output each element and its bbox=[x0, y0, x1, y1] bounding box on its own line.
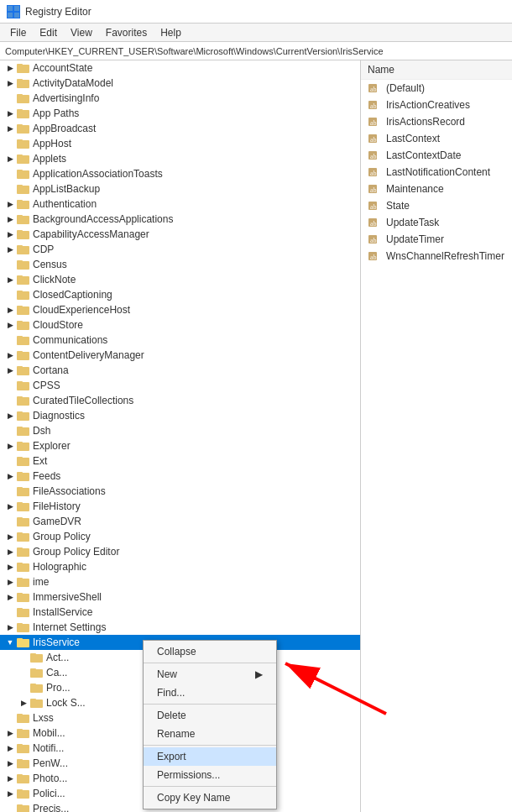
ctx-separator-3 bbox=[144, 745, 276, 746]
folder-icon bbox=[17, 561, 30, 573]
tree-item-installservice[interactable]: InstallService bbox=[0, 605, 360, 620]
tree-item-gamedvr[interactable]: GameDVR bbox=[0, 514, 360, 529]
svg-rect-27 bbox=[17, 230, 23, 233]
right-row-state[interactable]: ab State bbox=[361, 197, 512, 214]
tree-item-cpss[interactable]: CPSS bbox=[0, 378, 360, 393]
folder-icon bbox=[17, 455, 30, 467]
folder-icon bbox=[17, 757, 30, 769]
ctx-delete[interactable]: Delete bbox=[144, 706, 276, 725]
folder-icon bbox=[17, 712, 30, 724]
tree-item-immersiveshell[interactable]: ▶ ImmersiveShell bbox=[0, 589, 360, 605]
reg-value-icon: ab bbox=[368, 200, 383, 212]
right-row-lastcontext[interactable]: ab LastContext bbox=[361, 130, 512, 147]
ctx-find[interactable]: Find... bbox=[144, 684, 276, 702]
tree-item-applistbackup[interactable]: AppListBackup bbox=[0, 181, 360, 196]
tree-item-accountstate[interactable]: ▶ AccountState bbox=[0, 60, 360, 76]
item-label: AppBroadcast bbox=[33, 123, 96, 134]
tree-item-census[interactable]: Census bbox=[0, 257, 360, 272]
left-panel[interactable]: ▶ AccountState ▶ ActivityDataModel Adver… bbox=[0, 60, 361, 812]
expand-icon: ▶ bbox=[3, 200, 17, 208]
menu-file[interactable]: File bbox=[3, 25, 33, 40]
svg-text:ab: ab bbox=[370, 86, 377, 93]
tree-item-appbroadcast[interactable]: ▶ AppBroadcast bbox=[0, 121, 360, 136]
tree-item-capabilityaccess[interactable]: ▶ CapabilityAccessManager bbox=[0, 227, 360, 242]
tree-item-ime[interactable]: ▶ ime bbox=[0, 574, 360, 589]
svg-rect-59 bbox=[17, 472, 23, 474]
item-label: CloudStore bbox=[33, 319, 83, 331]
ctx-copy-key[interactable]: Copy Key Name bbox=[144, 788, 276, 807]
ctx-new[interactable]: New ▶ bbox=[144, 665, 276, 684]
right-row-maintenance[interactable]: ab Maintenance bbox=[361, 181, 512, 197]
tree-item-communications[interactable]: Communications bbox=[0, 333, 360, 348]
svg-rect-93 bbox=[17, 729, 23, 731]
menu-bar: File Edit View Favorites Help bbox=[0, 24, 512, 42]
item-label: ContentDeliveryManager bbox=[33, 349, 144, 361]
tree-item-cloudexperience[interactable]: ▶ CloudExperienceHost bbox=[0, 302, 360, 317]
reg-value-icon: ab bbox=[368, 233, 383, 245]
ctx-collapse[interactable]: Collapse bbox=[144, 642, 276, 661]
right-row-irisactionsrecord[interactable]: ab IrisActionsRecord bbox=[361, 113, 512, 130]
folder-icon bbox=[17, 228, 30, 240]
tree-item-bgaccess[interactable]: ▶ BackgroundAccessApplications bbox=[0, 212, 360, 227]
svg-rect-5 bbox=[17, 64, 23, 66]
ctx-export[interactable]: Export bbox=[144, 747, 276, 766]
tree-item-auth[interactable]: ▶ Authentication bbox=[0, 196, 360, 212]
menu-edit[interactable]: Edit bbox=[33, 25, 64, 40]
expand-icon: ▶ bbox=[3, 155, 17, 163]
tree-item-appasso[interactable]: ApplicationAssociationToasts bbox=[0, 166, 360, 181]
menu-help[interactable]: Help bbox=[154, 25, 188, 40]
item-label: Holographic bbox=[33, 561, 86, 573]
tree-item-grouppolicyeditor[interactable]: ▶ Group Policy Editor bbox=[0, 544, 360, 559]
tree-item-apphost[interactable]: AppHost bbox=[0, 136, 360, 151]
menu-view[interactable]: View bbox=[64, 25, 99, 40]
folder-icon bbox=[17, 380, 30, 391]
svg-rect-41 bbox=[17, 336, 23, 338]
item-label: App Paths bbox=[33, 107, 79, 119]
folder-icon bbox=[17, 198, 30, 210]
item-label: CPSS bbox=[33, 380, 60, 391]
tree-item-explorer[interactable]: ▶ Explorer bbox=[0, 438, 360, 453]
tree-item-cdp[interactable]: ▶ CDP bbox=[0, 242, 360, 257]
tree-item-internetsettings[interactable]: ▶ Internet Settings bbox=[0, 620, 360, 635]
tree-item-ext[interactable]: Ext bbox=[0, 453, 360, 469]
expand-icon: ▶ bbox=[3, 230, 17, 238]
tree-item-grouppolicy[interactable]: ▶ Group Policy bbox=[0, 529, 360, 544]
reg-value-icon: ab bbox=[368, 133, 383, 144]
tree-item-cortana[interactable]: ▶ Cortana bbox=[0, 363, 360, 378]
svg-rect-15 bbox=[17, 139, 23, 142]
tree-item-feeds[interactable]: ▶ Feeds bbox=[0, 469, 360, 484]
right-row-lastcontextdate[interactable]: ab LastContextDate bbox=[361, 147, 512, 164]
ctx-rename[interactable]: Rename bbox=[144, 725, 276, 743]
tree-item-filehistory[interactable]: ▶ FileHistory bbox=[0, 499, 360, 514]
ctx-permissions[interactable]: Permissions... bbox=[144, 766, 276, 784]
right-row-default[interactable]: ab (Default) bbox=[361, 80, 512, 97]
tree-item-curatedtile[interactable]: CuratedTileCollections bbox=[0, 393, 360, 408]
reg-value-name: (Default) bbox=[386, 82, 425, 94]
tree-item-fileassoc[interactable]: FileAssociations bbox=[0, 484, 360, 499]
tree-item-contentdelivery[interactable]: ▶ ContentDeliveryManager bbox=[0, 348, 360, 363]
tree-item-advertisinginfo[interactable]: AdvertisingInfo bbox=[0, 91, 360, 106]
tree-item-applets[interactable]: ▶ Applets bbox=[0, 151, 360, 166]
tree-item-cloudstore[interactable]: ▶ CloudStore bbox=[0, 317, 360, 333]
menu-favorites[interactable]: Favorites bbox=[99, 25, 154, 40]
folder-icon bbox=[17, 259, 30, 270]
right-row-updatetask[interactable]: ab UpdateTask bbox=[361, 214, 512, 231]
svg-rect-53 bbox=[17, 427, 23, 429]
item-label: CapabilityAccessManager bbox=[33, 228, 149, 240]
folder-icon bbox=[17, 153, 30, 165]
right-row-updatetimer[interactable]: ab UpdateTimer bbox=[361, 231, 512, 248]
right-row-irisactioncreatives[interactable]: ab IrisActionCreatives bbox=[361, 97, 512, 113]
item-label: Census bbox=[33, 259, 67, 270]
tree-item-dsh[interactable]: Dsh bbox=[0, 423, 360, 438]
tree-item-activitydatamodel[interactable]: ▶ ActivityDataModel bbox=[0, 76, 360, 91]
address-path: Computer\HKEY_CURRENT_USER\Software\Micr… bbox=[5, 46, 384, 56]
tree-item-apppaths[interactable]: ▶ App Paths bbox=[0, 106, 360, 121]
tree-item-closedcaptioning[interactable]: ClosedCaptioning bbox=[0, 287, 360, 302]
right-row-lastnotif[interactable]: ab LastNotificationContent bbox=[361, 164, 512, 181]
svg-rect-7 bbox=[17, 79, 23, 81]
tree-item-holographic[interactable]: ▶ Holographic bbox=[0, 559, 360, 574]
tree-item-clicknote[interactable]: ▶ ClickNote bbox=[0, 272, 360, 287]
tree-item-diagnostics[interactable]: ▶ Diagnostics bbox=[0, 408, 360, 423]
right-row-wnschannel[interactable]: ab WnsChannelRefreshTimer bbox=[361, 248, 512, 265]
expand-icon: ▶ bbox=[3, 109, 17, 118]
